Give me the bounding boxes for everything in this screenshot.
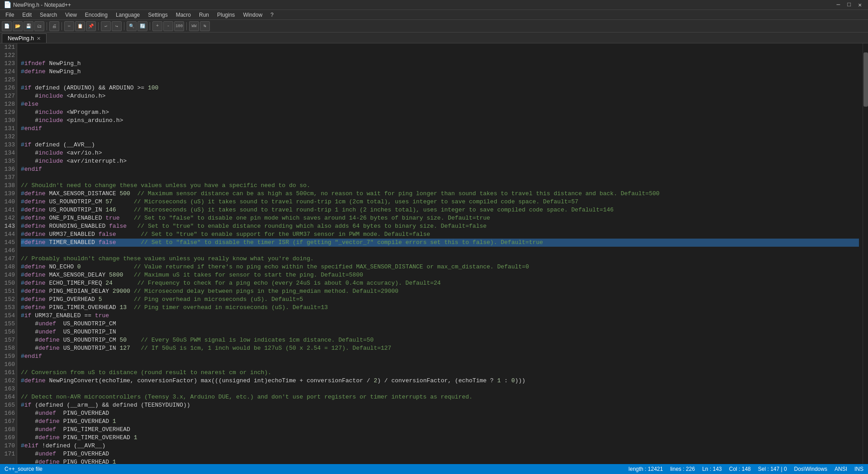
toolbar-replace[interactable]: 🔄 — [138, 21, 147, 31]
code-line-125: #include <Arduino.h> — [21, 92, 859, 100]
menu-window[interactable]: Window — [239, 11, 266, 19]
status-lines: lines : 226 — [670, 466, 695, 472]
toolbar-saveall[interactable]: 🗂 — [34, 21, 44, 31]
line-number-129: 129 — [2, 108, 15, 117]
code-line-157: #endif — [21, 352, 859, 361]
maximize-button[interactable]: □ — [844, 1, 854, 9]
line-number-153: 153 — [2, 304, 15, 312]
toolbar-paste[interactable]: 📌 — [86, 21, 96, 31]
line-number-140: 140 — [2, 198, 15, 206]
toolbar-open[interactable]: 📂 — [13, 21, 23, 31]
close-button[interactable]: ✕ — [855, 1, 864, 9]
menu-plugins[interactable]: Plugins — [213, 11, 238, 19]
toolbar-indent[interactable]: ↹ — [200, 21, 210, 31]
toolbar-zoomreset[interactable]: 100 — [174, 21, 184, 31]
line-number-171: 171 — [2, 450, 15, 458]
line-number-167: 167 — [2, 418, 15, 426]
toolbar-wordwrap[interactable]: WW — [189, 21, 199, 31]
code-line-152: #if URM37_ENABLED == true — [21, 312, 859, 320]
code-line-150: #define PING_OVERHEAD 5 // Ping overhead… — [21, 296, 859, 304]
line-number-136: 136 — [2, 165, 15, 174]
line-number-134: 134 — [2, 149, 15, 157]
tab-bar: NewPing.h ✕ — [0, 33, 868, 43]
line-number-143: 143 — [2, 222, 15, 230]
toolbar-zoomin[interactable]: + — [152, 21, 162, 31]
code-line-141: #define ROUNDING_ENABLED false // Set to… — [21, 222, 859, 230]
code-area[interactable]: #ifndef NewPing_h#define NewPing_h #if d… — [17, 43, 863, 464]
scrollbar[interactable] — [863, 43, 868, 464]
code-line-170: #define PING_OVERHEAD 1 — [21, 458, 859, 464]
line-number-137: 137 — [2, 174, 15, 182]
line-number-151: 151 — [2, 287, 15, 296]
menu-search[interactable]: Search — [36, 11, 61, 19]
status-insert-mode: INS — [854, 466, 863, 472]
menu-edit[interactable]: Edit — [19, 11, 35, 19]
status-line-ending: Dos\Windows — [794, 466, 827, 472]
code-line-121: #ifndef NewPing_h — [21, 60, 859, 68]
code-line-129: #endif — [21, 125, 859, 133]
menu-file[interactable]: File — [2, 11, 18, 19]
toolbar-find[interactable]: 🔍 — [127, 21, 137, 31]
menu-run[interactable]: Run — [195, 11, 213, 19]
menu-view[interactable]: View — [62, 11, 81, 19]
editor-container: 1211221231241251261271281291301311321331… — [0, 43, 868, 464]
tab-newping[interactable]: NewPing.h ✕ — [2, 33, 47, 43]
toolbar-zoomout[interactable]: - — [163, 21, 173, 31]
toolbar-undo[interactable]: ↩ — [101, 21, 111, 31]
scrollbar-thumb[interactable] — [863, 52, 868, 107]
code-line-162: // Detect non-AVR microcontrollers (Teen… — [21, 393, 859, 401]
line-number-168: 168 — [2, 426, 15, 434]
code-line-123 — [21, 76, 859, 84]
line-number-166: 166 — [2, 409, 15, 418]
code-line-138: #define US_ROUNDTRIP_CM 57 // Microsecon… — [21, 198, 859, 206]
toolbar-new[interactable]: 📄 — [2, 21, 12, 31]
line-number-149: 149 — [2, 271, 15, 279]
code-line-135 — [21, 174, 859, 182]
line-number-169: 169 — [2, 434, 15, 442]
code-line-147: #define MAX_SENSOR_DELAY 5800 // Maximum… — [21, 271, 859, 279]
code-line-149: #define PING_MEDIAN_DELAY 29000 // Micro… — [21, 287, 859, 296]
line-number-152: 152 — [2, 296, 15, 304]
menu-language[interactable]: Language — [112, 11, 143, 19]
menu-help[interactable]: ? — [267, 11, 277, 19]
line-number-154: 154 — [2, 312, 15, 320]
status-left: C++_source file — [5, 466, 43, 472]
code-line-136: // Shouldn't need to change these values… — [21, 182, 859, 190]
code-line-130 — [21, 133, 859, 141]
code-line-137: #define MAX_SENSOR_DISTANCE 500 // Maxim… — [21, 190, 859, 198]
toolbar-save[interactable]: 💾 — [24, 21, 33, 31]
code-line-124: #if defined (ARDUINO) && ARDUINO >= 100 — [21, 84, 859, 92]
menu-macro[interactable]: Macro — [172, 11, 194, 19]
code-line-146: #define NO_ECHO 0 // Value returned if t… — [21, 263, 859, 271]
line-number-170: 170 — [2, 442, 15, 450]
line-number-159: 159 — [2, 352, 15, 361]
toolbar-cut[interactable]: ✂ — [64, 21, 74, 31]
title-bar-controls[interactable]: ─ □ ✕ — [834, 1, 864, 9]
menu-encoding[interactable]: Encoding — [81, 11, 111, 19]
toolbar-sep2 — [62, 22, 62, 30]
code-line-133: #include <avr/interrupt.h> — [21, 157, 859, 165]
line-number-163: 163 — [2, 385, 15, 393]
code-line-158 — [21, 361, 859, 369]
code-line-153: #undef US_ROUNDTRIP_CM — [21, 320, 859, 328]
toolbar-copy[interactable]: 📋 — [75, 21, 85, 31]
code-line-151: #define PING_TIMER_OVERHEAD 13 // Ping t… — [21, 304, 859, 312]
code-line-134: #endif — [21, 165, 859, 174]
line-number-162: 162 — [2, 377, 15, 385]
code-line-168: #elif !defined (__AVR__) — [21, 442, 859, 450]
line-number-146: 146 — [2, 247, 15, 255]
code-line-148: #define ECHO_TIMER_FREQ 24 // Frequency … — [21, 279, 859, 287]
line-number-147: 147 — [2, 255, 15, 263]
status-sel: Sel : 147 | 0 — [758, 466, 787, 472]
tab-label: NewPing.h — [8, 35, 34, 42]
code-line-144 — [21, 247, 859, 255]
status-col: Col : 148 — [729, 466, 751, 472]
toolbar-redo[interactable]: ↪ — [112, 21, 122, 31]
tab-close-icon[interactable]: ✕ — [37, 36, 41, 42]
status-bar: C++_source file length : 12421 lines : 2… — [0, 464, 868, 474]
line-number-145: 145 — [2, 239, 15, 247]
code-line-140: #define ONE_PIN_ENABLED true // Set to "… — [21, 214, 859, 222]
menu-settings[interactable]: Settings — [144, 11, 171, 19]
minimize-button[interactable]: ─ — [834, 1, 843, 9]
toolbar-print[interactable]: 🖨 — [49, 21, 59, 31]
